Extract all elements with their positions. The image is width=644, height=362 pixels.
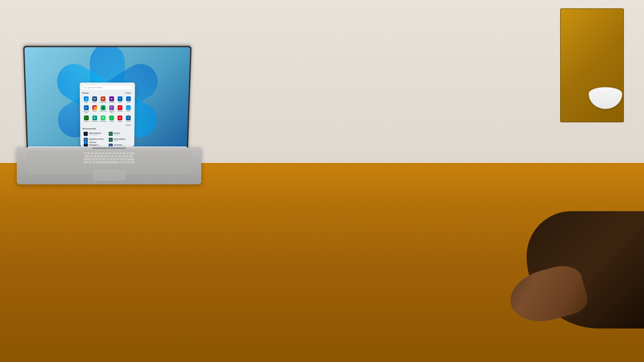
clipchamp-label: Clipchamp xyxy=(92,121,98,122)
key[interactable] xyxy=(127,158,134,161)
spacebar-key[interactable] xyxy=(96,161,119,164)
key[interactable] xyxy=(98,152,101,155)
pinned-label: Pinned xyxy=(82,92,88,94)
snipping-icon: ✂ xyxy=(109,105,114,110)
mail-icon: ✉ xyxy=(118,96,122,101)
rec-inventory-text: Inventory 17m ago xyxy=(114,132,131,135)
key[interactable] xyxy=(84,158,91,161)
key[interactable] xyxy=(94,155,96,158)
key[interactable] xyxy=(129,155,133,158)
adobe-icon: Ps xyxy=(84,132,88,136)
search-bar[interactable]: 🔍 Type here to search xyxy=(82,85,133,90)
onenote-icon: N xyxy=(109,96,114,101)
user-name: Onyo Kim xyxy=(89,142,96,143)
user-profile[interactable]: O Onyo Kim xyxy=(83,140,132,145)
key[interactable] xyxy=(84,152,87,155)
key[interactable] xyxy=(90,155,93,158)
key[interactable] xyxy=(108,155,110,158)
pinterest-label: Pinterest xyxy=(117,110,122,112)
key[interactable] xyxy=(92,161,95,164)
key[interactable] xyxy=(130,161,135,164)
key[interactable] xyxy=(122,152,126,155)
key[interactable] xyxy=(116,152,118,155)
key[interactable] xyxy=(88,152,90,155)
journal-label: Journal xyxy=(126,121,131,122)
app-netflix[interactable]: N Netflix xyxy=(116,115,124,123)
pinterest-icon: P xyxy=(118,105,122,110)
rec-inventory[interactable]: X Inventory 17m ago xyxy=(108,131,132,136)
app-spotify[interactable]: ♪ Spotify xyxy=(108,115,116,123)
key[interactable] xyxy=(111,155,114,158)
key[interactable] xyxy=(92,158,95,161)
app-onenote[interactable]: N OneNote xyxy=(108,96,116,104)
start-menu: 🔍 Type here to search Pinned All apps › xyxy=(80,83,135,146)
key-row-2 xyxy=(28,155,190,158)
app-store[interactable]: 🛍 Microsoft Store xyxy=(82,105,90,114)
key[interactable] xyxy=(125,155,128,158)
key[interactable] xyxy=(97,155,100,158)
key[interactable] xyxy=(106,158,109,161)
key[interactable] xyxy=(119,152,122,155)
app-todo[interactable]: ✓ To Do xyxy=(124,96,132,104)
key[interactable] xyxy=(83,161,88,164)
key[interactable] xyxy=(99,158,102,161)
key-row-3 xyxy=(28,158,190,161)
key[interactable] xyxy=(94,152,98,155)
pinned-apps-grid: e Edge W Word P PowerPoint xyxy=(82,96,132,123)
key[interactable] xyxy=(120,158,123,161)
app-mail[interactable]: ✉ Mail xyxy=(116,96,124,104)
rec-adobe-text: Adobe Photoshop Recently added xyxy=(89,132,106,135)
key[interactable] xyxy=(123,161,126,164)
key[interactable] xyxy=(85,155,90,158)
key[interactable] xyxy=(104,155,107,158)
key[interactable] xyxy=(105,152,108,155)
app-clipchamp[interactable]: ▶ Clipchamp xyxy=(91,115,98,123)
app-pinterest[interactable]: P Pinterest xyxy=(116,105,124,114)
key[interactable] xyxy=(116,158,120,161)
laptop: 🔍 Type here to search Pinned All apps › xyxy=(17,50,201,184)
key[interactable] xyxy=(109,158,112,161)
app-gaming[interactable]: 🎮 Gaming xyxy=(82,115,90,123)
todo-icon: ✓ xyxy=(126,96,131,101)
key[interactable] xyxy=(100,155,104,158)
rec-adobe-photoshop[interactable]: Ps Adobe Photoshop Recently added xyxy=(83,131,107,136)
key[interactable] xyxy=(126,161,130,164)
key[interactable] xyxy=(91,152,94,155)
search-input[interactable]: Type here to search xyxy=(87,86,131,88)
key[interactable] xyxy=(118,155,121,158)
key[interactable] xyxy=(88,161,92,164)
key[interactable] xyxy=(122,155,124,158)
more-button[interactable]: More › xyxy=(125,124,132,126)
key[interactable] xyxy=(112,152,115,155)
photos-icon: 🌸 xyxy=(92,105,97,110)
app-snipping[interactable]: ✂ Snipping Tool xyxy=(108,105,116,114)
app-twitter[interactable]: 🐦 Twitter xyxy=(124,105,132,114)
win11-desktop: 🔍 Type here to search Pinned All apps › xyxy=(24,47,190,153)
app-photos[interactable]: 🌸 Photos xyxy=(91,105,98,114)
word-label: Word xyxy=(93,102,96,103)
key[interactable] xyxy=(114,155,118,158)
laptop-screen-bezel: 🔍 Type here to search Pinned All apps › xyxy=(24,47,190,153)
inventory-icon: X xyxy=(109,132,113,136)
more-button-container: More › xyxy=(82,124,132,126)
key[interactable] xyxy=(126,152,129,155)
key[interactable] xyxy=(113,158,116,161)
app-phone-link[interactable]: 📱 Phone Link xyxy=(99,105,107,114)
key[interactable] xyxy=(102,158,105,161)
key[interactable] xyxy=(124,158,126,161)
app-journal[interactable]: 📓 Journal xyxy=(124,115,132,123)
spotify-icon: ♪ xyxy=(109,115,114,120)
key[interactable] xyxy=(95,158,98,161)
app-edge[interactable]: e Edge xyxy=(82,96,90,104)
app-powerpoint[interactable]: P PowerPoint xyxy=(99,96,107,104)
app-whatsapp[interactable]: 💬 WhatsApp xyxy=(99,115,107,123)
key[interactable] xyxy=(108,152,112,155)
key[interactable] xyxy=(120,161,122,164)
laptop-screen-outer: 🔍 Type here to search Pinned All apps › xyxy=(23,46,192,154)
touchpad[interactable] xyxy=(92,169,126,181)
key[interactable] xyxy=(130,152,134,155)
app-word[interactable]: W Word xyxy=(91,96,98,104)
all-apps-button[interactable]: All apps › xyxy=(124,92,132,94)
key[interactable] xyxy=(102,152,104,155)
laptop-base xyxy=(17,147,201,184)
